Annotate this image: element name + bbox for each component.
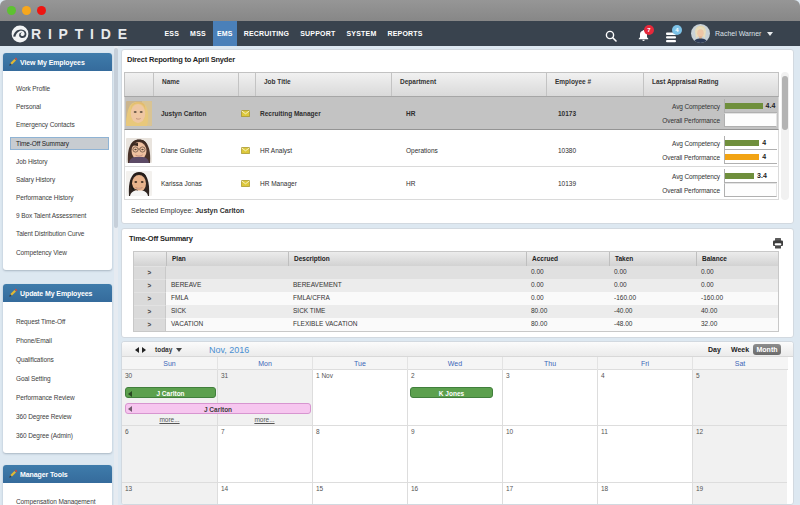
column-header-last-appraisal-rating[interactable]: Last Appraisal Rating xyxy=(643,73,778,96)
today-dropdown-caret-icon[interactable] xyxy=(176,348,182,352)
calendar-view-day[interactable]: Day xyxy=(708,342,721,358)
nav-item-system[interactable]: SYSTEM xyxy=(342,21,380,46)
calendar-cell[interactable]: 14 xyxy=(217,483,312,505)
calendar-event-j-carlton-pink[interactable]: J Carlton xyxy=(125,403,311,414)
traffic-light-red[interactable] xyxy=(37,6,46,15)
table-scrollbar[interactable] xyxy=(781,72,789,200)
sidebar-item-personal[interactable]: Personal xyxy=(3,98,112,116)
sidebar-item-time-off-summary[interactable]: Time-Off Summary xyxy=(10,137,109,150)
panel-header-view-my-employees[interactable]: View My Employees xyxy=(3,53,112,71)
row-expander-icon[interactable]: > xyxy=(134,305,166,318)
sidebar-item-emergency-contacts[interactable]: Emergency Contacts xyxy=(3,116,112,134)
timeoff-row-fmla[interactable]: > FMLA FMLA/CFRA 0.00 -160.00 -160.00 xyxy=(134,292,778,305)
column-header-employee-no[interactable]: Employee # xyxy=(546,73,643,96)
calendar-next-icon[interactable] xyxy=(142,347,146,353)
sidebar-item-work-profile[interactable]: Work Profile xyxy=(3,80,112,98)
brand-name[interactable]: RIPTIDE xyxy=(31,21,134,46)
column-header-name[interactable]: Name xyxy=(153,73,238,96)
calendar-cell[interactable]: 4 xyxy=(597,370,692,426)
traffic-light-yellow[interactable] xyxy=(22,6,31,15)
user-name[interactable]: Rachel Warner xyxy=(715,21,761,46)
nav-item-reports[interactable]: REPORTS xyxy=(383,21,426,46)
calendar-cell[interactable]: 6 xyxy=(122,426,217,483)
row-expander-icon[interactable]: > xyxy=(134,279,166,292)
nav-item-recruiting[interactable]: RECRUITING xyxy=(240,21,294,46)
event-continued-arrow-icon xyxy=(128,406,132,412)
column-header-job-title[interactable]: Job Title xyxy=(255,73,391,96)
calendar-cell[interactable]: 9 xyxy=(407,426,502,483)
sidebar-item-request-time-off[interactable]: Request Time-Off xyxy=(3,312,112,331)
calendar-event-j-carlton-green[interactable]: J Carlton xyxy=(125,387,216,398)
timeoff-row-bereave[interactable]: > BEREAVE BEREAVEMENT 0.00 0.00 0.00 xyxy=(134,279,778,292)
user-avatar[interactable] xyxy=(691,24,710,43)
email-envelope-icon[interactable] xyxy=(238,97,255,130)
avg-competency-bar-chart: 3.4 xyxy=(724,169,777,183)
employee-row-karissa-jonas[interactable]: Karissa Jonas HR Manager HR 10139 Avg Co… xyxy=(124,167,779,200)
sidebar-item-360-degree-admin[interactable]: 360 Degree (Admin) xyxy=(3,426,112,445)
panel-header-update-my-employees[interactable]: Update My Employees xyxy=(3,284,112,302)
calendar-cell[interactable]: 3 xyxy=(502,370,597,426)
calendar-cell[interactable]: 7 xyxy=(217,426,312,483)
calendar-cell[interactable]: 1 Nov xyxy=(312,370,407,426)
calendar-cell[interactable]: 10 xyxy=(502,426,597,483)
nav-item-mss[interactable]: MSS xyxy=(186,21,210,46)
sidebar-item-phone-email[interactable]: Phone/Email xyxy=(3,331,112,350)
calendar-cell[interactable]: 17 xyxy=(502,483,597,505)
column-header-department[interactable]: Department xyxy=(391,73,546,96)
tasks-badge[interactable]: 4 xyxy=(672,25,682,35)
sidebar-item-360-degree-review[interactable]: 360 Degree Review xyxy=(3,407,112,426)
calendar-cell[interactable]: 2 xyxy=(407,370,502,426)
calendar-cell[interactable]: 5 xyxy=(692,370,787,426)
calendar-cell[interactable]: 16 xyxy=(407,483,502,505)
panel-header-manager-tools[interactable]: Manager Tools xyxy=(3,465,112,483)
calendar-cell[interactable]: 13 xyxy=(122,483,217,505)
nav-item-ess[interactable]: ESS xyxy=(161,21,184,46)
traffic-light-green[interactable] xyxy=(7,6,16,15)
timeoff-row[interactable]: > 0.00 0.00 0.00 xyxy=(134,266,778,279)
sidebar-item-salary-history[interactable]: Salary History xyxy=(3,171,112,189)
calendar-view-week[interactable]: Week xyxy=(731,342,749,358)
calendar-event-k-jones[interactable]: K Jones xyxy=(410,387,493,398)
calendar-prev-icon[interactable] xyxy=(135,347,139,353)
sidebar-item-qualifications[interactable]: Qualifications xyxy=(3,350,112,369)
sidebar-item-9-box-talent-assessment[interactable]: 9 Box Talent Assessment xyxy=(3,207,112,225)
search-icon[interactable] xyxy=(605,28,617,46)
row-expander-icon[interactable]: > xyxy=(134,318,166,331)
email-envelope-icon[interactable] xyxy=(238,134,255,167)
timeoff-row-vacation[interactable]: > VACATION FLEXIBLE VACATION 80.00 -48.0… xyxy=(134,318,778,331)
calendar-view-month[interactable]: Month xyxy=(753,344,781,356)
email-envelope-icon[interactable] xyxy=(238,167,255,200)
employee-row-justyn-carlton[interactable]: Justyn Carlton Recruiting Manager HR 101… xyxy=(124,97,779,130)
sidebar-item-performance-history[interactable]: Performance History xyxy=(3,189,112,207)
row-expander-icon[interactable]: > xyxy=(134,266,166,279)
sidebar-item-compensation-management[interactable]: Compensation Management xyxy=(3,493,112,505)
column-header-description[interactable]: Description xyxy=(288,252,526,266)
more-events-link[interactable]: more... xyxy=(122,416,217,423)
employee-row-diane-gullette[interactable]: Diane Gullette HR Analyst Operations 103… xyxy=(124,134,779,167)
calendar-today-button[interactable]: today xyxy=(155,342,172,358)
calendar-cell[interactable]: 11 xyxy=(597,426,692,483)
column-header-accrued[interactable]: Accrued xyxy=(526,252,609,266)
more-events-link[interactable]: more... xyxy=(217,416,312,423)
row-expander-icon[interactable]: > xyxy=(134,292,166,305)
column-header-balance[interactable]: Balance xyxy=(696,252,778,266)
sidebar-item-goal-setting[interactable]: Goal Setting xyxy=(3,369,112,388)
sidebar-scrollbar-thumb[interactable] xyxy=(114,48,118,228)
sidebar-item-performance-review[interactable]: Performance Review xyxy=(3,388,112,407)
sidebar-item-job-history[interactable]: Job History xyxy=(3,153,112,171)
calendar-cell[interactable]: 12 xyxy=(692,426,787,483)
nav-item-support[interactable]: SUPPORT xyxy=(296,21,339,46)
calendar-cell[interactable]: 18 xyxy=(597,483,692,505)
sidebar-item-talent-distribution-curve[interactable]: Talent Distribution Curve xyxy=(3,225,112,243)
table-scrollbar-thumb[interactable] xyxy=(782,76,788,130)
column-header-taken[interactable]: Taken xyxy=(609,252,696,266)
user-menu-caret-icon[interactable] xyxy=(767,32,773,36)
notification-badge[interactable]: 7 xyxy=(644,25,654,35)
timeoff-row-sick[interactable]: > SICK SICK TIME 80.00 -40.00 40.00 xyxy=(134,305,778,318)
nav-item-ems[interactable]: EMS xyxy=(213,21,237,46)
calendar-cell[interactable]: 15 xyxy=(312,483,407,505)
column-header-plan[interactable]: Plan xyxy=(166,252,288,266)
sidebar-item-competency-view[interactable]: Competency View xyxy=(3,244,112,262)
calendar-cell[interactable]: 19 xyxy=(692,483,787,505)
calendar-cell[interactable]: 8 xyxy=(312,426,407,483)
